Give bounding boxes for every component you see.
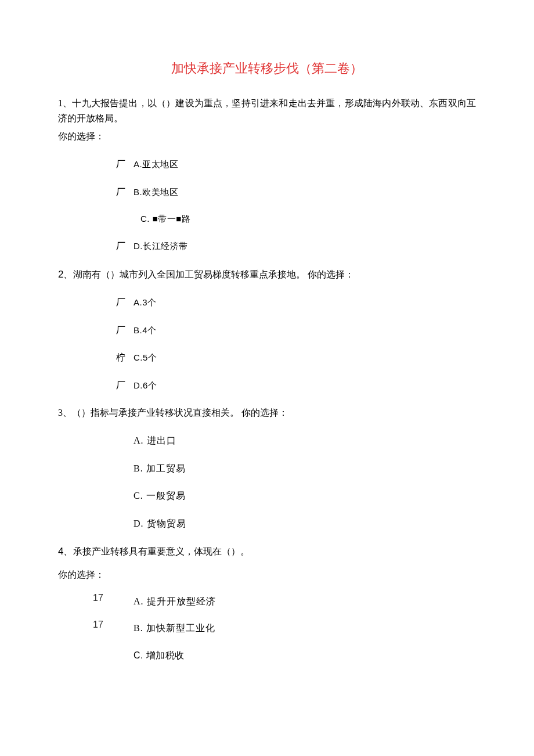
q4-options: 17 A. 提升开放型经济 17 B. 加快新型工业化 C. 增加税收	[58, 591, 476, 663]
option-label: A.亚太地区	[134, 157, 178, 171]
option-label: C.5个	[134, 351, 157, 365]
option-label: A.3个	[134, 296, 157, 309]
q4-option-a[interactable]: 17 A. 提升开放型经济	[93, 591, 476, 609]
option-label: D.长江经济带	[134, 239, 188, 253]
q2-stem: 2、湖南有（）城市列入全国加工贸易梯度转移重点承接地。 你的选择：	[58, 267, 476, 282]
q4-option-b[interactable]: 17 B. 加快新型工业化	[93, 617, 476, 636]
q1-options: 厂 A.亚太地区 厂 B.欧美地区 C. ■带一■路 厂 D.长江经济带	[58, 157, 476, 254]
radio-marker: 厂	[116, 157, 134, 172]
question-3: 3、（）指标与承接产业转移状况直接相关。 你的选择： A. 进出口 B. 加工贸…	[58, 405, 476, 531]
q3-option-c[interactable]: C. 一般贸易	[134, 488, 476, 503]
option-label: B. 加快新型工业化	[134, 617, 215, 636]
q3-option-a[interactable]: A. 进出口	[134, 433, 476, 448]
radio-marker: 厂	[116, 295, 134, 310]
radio-marker: 厂	[116, 378, 134, 393]
q1-option-d[interactable]: 厂 D.长江经济带	[116, 239, 476, 254]
q4-your-choice: 你的选择：	[58, 567, 476, 582]
option-label: B.4个	[134, 323, 157, 337]
option-label: D.6个	[134, 379, 157, 393]
q4-number: 4、	[58, 546, 73, 557]
q2-option-a[interactable]: 厂 A.3个	[116, 295, 476, 310]
q2-option-c[interactable]: 柠 C.5个	[116, 350, 476, 365]
q2-text: 湖南有（）城市列入全国加工贸易梯度转移重点承接地。 你的选择：	[73, 269, 354, 279]
q1-stem: 1、十九大报告提出，以（）建设为重点，坚持引进来和走出去并重，形成陆海内外联动、…	[58, 96, 476, 125]
q3-number: 3、	[58, 408, 72, 417]
option-label: A. 提升开放型经济	[134, 591, 216, 609]
option-label: C. 一般贸易	[134, 488, 186, 503]
q3-option-b[interactable]: B. 加工贸易	[134, 461, 476, 476]
option-badge: 17	[93, 591, 134, 606]
document-title: 加快承接产业转移步伐（第二卷）	[58, 58, 476, 78]
option-badge: 17	[93, 617, 134, 632]
option-label: C. ■带一■路	[134, 212, 190, 226]
radio-marker: 厂	[116, 239, 134, 254]
q3-options: A. 进出口 B. 加工贸易 C. 一般贸易 D. 货物贸易	[58, 433, 476, 531]
question-2: 2、湖南有（）城市列入全国加工贸易梯度转移重点承接地。 你的选择： 厂 A.3个…	[58, 267, 476, 393]
question-1: 1、十九大报告提出，以（）建设为重点，坚持引进来和走出去并重，形成陆海内外联动、…	[58, 96, 476, 254]
q4-text: 承接产业转移具有重要意义，体现在（）。	[73, 546, 250, 556]
q3-option-d[interactable]: D. 货物贸易	[134, 516, 476, 531]
option-label: B. 加工贸易	[134, 461, 186, 476]
q1-your-choice: 你的选择：	[58, 129, 476, 144]
q4-stem: 4、承接产业转移具有重要意义，体现在（）。	[58, 543, 476, 559]
q1-option-b[interactable]: 厂 B.欧美地区	[116, 185, 476, 200]
q1-number: 1、	[58, 98, 72, 108]
q1-text: 十九大报告提出，以（）建设为重点，坚持引进来和走出去并重，形成陆海内外联动、东西…	[58, 98, 476, 123]
q2-option-b[interactable]: 厂 B.4个	[116, 323, 476, 338]
q4-option-c[interactable]: C. 增加税收	[93, 648, 476, 663]
radio-marker: 厂	[116, 323, 134, 338]
option-label: A. 进出口	[134, 433, 176, 448]
q1-option-c[interactable]: C. ■带一■路	[116, 212, 476, 226]
option-label: D. 货物贸易	[134, 516, 186, 531]
radio-marker: 厂	[116, 185, 134, 200]
question-4: 4、承接产业转移具有重要意义，体现在（）。 你的选择： 17 A. 提升开放型经…	[58, 543, 476, 663]
option-label: C. 增加税收	[134, 648, 185, 663]
q2-option-d[interactable]: 厂 D.6个	[116, 378, 476, 393]
q2-number: 2、	[58, 269, 73, 280]
option-label: B.欧美地区	[134, 185, 178, 199]
q1-option-a[interactable]: 厂 A.亚太地区	[116, 157, 476, 172]
q3-text: （）指标与承接产业转移状况直接相关。 你的选择：	[72, 408, 288, 417]
radio-marker: 柠	[116, 350, 134, 365]
q2-options: 厂 A.3个 厂 B.4个 柠 C.5个 厂 D.6个	[58, 295, 476, 393]
q3-stem: 3、（）指标与承接产业转移状况直接相关。 你的选择：	[58, 405, 476, 420]
